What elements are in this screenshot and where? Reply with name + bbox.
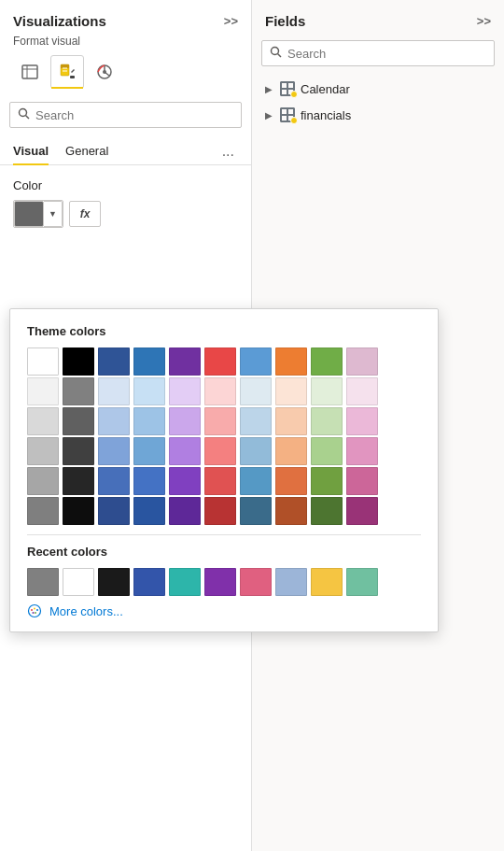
- format-icon-paint[interactable]: [50, 55, 84, 89]
- theme-color-cell[interactable]: [169, 347, 201, 376]
- theme-color-cell[interactable]: [240, 407, 272, 435]
- theme-color-cell[interactable]: [275, 467, 307, 495]
- theme-color-cell[interactable]: [275, 437, 307, 465]
- theme-color-cell[interactable]: [98, 497, 130, 525]
- tab-visual[interactable]: Visual: [13, 137, 49, 164]
- recent-color-row: [27, 568, 421, 596]
- theme-color-cell[interactable]: [133, 497, 165, 525]
- tab-more-button[interactable]: ...: [218, 139, 238, 163]
- theme-color-cell[interactable]: [346, 347, 378, 376]
- recent-color-cell[interactable]: [133, 568, 165, 596]
- theme-color-cell[interactable]: [311, 347, 343, 376]
- theme-color-cell[interactable]: [240, 467, 272, 495]
- calendar-chevron-icon: ▶: [265, 84, 273, 94]
- tab-general[interactable]: General: [65, 137, 108, 164]
- svg-point-9: [103, 70, 106, 74]
- recent-color-cell[interactable]: [275, 568, 307, 596]
- theme-color-cell[interactable]: [133, 347, 165, 376]
- theme-color-row-5: [27, 497, 421, 525]
- svg-rect-4: [61, 64, 69, 68]
- theme-color-cell[interactable]: [275, 347, 307, 376]
- fields-expand-icon[interactable]: >>: [477, 14, 491, 28]
- theme-color-cell[interactable]: [204, 407, 236, 435]
- theme-color-cell[interactable]: [240, 347, 272, 376]
- right-search-box[interactable]: [261, 40, 495, 66]
- recent-color-cell[interactable]: [169, 568, 201, 596]
- calendar-table-icon: [280, 81, 295, 96]
- theme-color-cell[interactable]: [275, 377, 307, 405]
- fields-title: Fields: [265, 13, 305, 29]
- theme-color-cell[interactable]: [311, 497, 343, 525]
- theme-color-cell[interactable]: [240, 437, 272, 465]
- theme-color-cell[interactable]: [204, 437, 236, 465]
- theme-color-cell[interactable]: [27, 497, 59, 525]
- theme-color-cell[interactable]: [311, 407, 343, 435]
- theme-color-cell[interactable]: [204, 377, 236, 405]
- theme-color-cell[interactable]: [346, 407, 378, 435]
- theme-color-cell[interactable]: [311, 467, 343, 495]
- theme-color-cell[interactable]: [240, 497, 272, 525]
- fx-button[interactable]: fx: [69, 201, 101, 227]
- theme-color-cell[interactable]: [133, 407, 165, 435]
- theme-color-cell[interactable]: [169, 377, 201, 405]
- theme-color-cell[interactable]: [27, 377, 59, 405]
- recent-color-cell[interactable]: [311, 568, 343, 596]
- format-icon-analytics[interactable]: [88, 55, 121, 89]
- theme-color-cell[interactable]: [63, 437, 94, 465]
- theme-color-cell[interactable]: [240, 377, 272, 405]
- recent-color-cell[interactable]: [346, 568, 378, 596]
- theme-color-cell[interactable]: [27, 347, 59, 376]
- theme-color-cell[interactable]: [98, 467, 130, 495]
- theme-color-cell[interactable]: [311, 437, 343, 465]
- financials-table-icon: [280, 107, 295, 122]
- recent-color-cell[interactable]: [204, 568, 236, 596]
- theme-color-row-3: [27, 437, 421, 465]
- theme-color-cell[interactable]: [63, 407, 94, 435]
- field-item-calendar[interactable]: ▶ Calendar: [252, 76, 504, 102]
- theme-color-cell[interactable]: [275, 497, 307, 525]
- theme-color-cell[interactable]: [63, 347, 94, 376]
- theme-color-cell[interactable]: [63, 377, 94, 405]
- left-search-box[interactable]: [9, 102, 242, 128]
- theme-color-cell[interactable]: [204, 497, 236, 525]
- theme-color-cell[interactable]: [169, 467, 201, 495]
- theme-color-cell[interactable]: [27, 467, 59, 495]
- recent-color-cell[interactable]: [240, 568, 272, 596]
- theme-color-cell[interactable]: [27, 437, 59, 465]
- theme-color-cell[interactable]: [346, 497, 378, 525]
- theme-color-cell[interactable]: [346, 437, 378, 465]
- theme-color-cell[interactable]: [275, 407, 307, 435]
- recent-colors-title: Recent colors: [27, 545, 421, 559]
- theme-color-cell[interactable]: [169, 407, 201, 435]
- theme-color-cell[interactable]: [346, 377, 378, 405]
- theme-color-cell[interactable]: [98, 377, 130, 405]
- recent-color-cell[interactable]: [27, 568, 59, 596]
- theme-color-cell[interactable]: [169, 437, 201, 465]
- expand-icon[interactable]: >>: [224, 14, 238, 28]
- theme-color-cell[interactable]: [27, 407, 59, 435]
- color-swatch[interactable]: [14, 201, 44, 227]
- recent-color-cell[interactable]: [98, 568, 130, 596]
- theme-color-cell[interactable]: [204, 347, 236, 376]
- format-icon-data[interactable]: [13, 55, 47, 89]
- color-dropdown-button[interactable]: ▼: [44, 201, 63, 227]
- calendar-field-name: Calendar: [301, 82, 350, 96]
- theme-color-cell[interactable]: [311, 377, 343, 405]
- theme-color-row-2: [27, 407, 421, 435]
- theme-color-cell[interactable]: [98, 407, 130, 435]
- theme-color-cell[interactable]: [133, 467, 165, 495]
- theme-color-cell[interactable]: [346, 467, 378, 495]
- theme-color-cell[interactable]: [63, 497, 94, 525]
- left-search-input[interactable]: [35, 108, 233, 122]
- theme-color-cell[interactable]: [98, 437, 130, 465]
- recent-color-cell[interactable]: [63, 568, 94, 596]
- right-search-input[interactable]: [287, 47, 486, 61]
- more-colors-button[interactable]: More colors...: [27, 600, 421, 622]
- field-item-financials[interactable]: ▶ financials: [252, 102, 504, 128]
- theme-color-cell[interactable]: [133, 377, 165, 405]
- theme-color-cell[interactable]: [169, 497, 201, 525]
- theme-color-cell[interactable]: [133, 437, 165, 465]
- theme-color-cell[interactable]: [63, 467, 94, 495]
- theme-color-cell[interactable]: [204, 467, 236, 495]
- theme-color-cell[interactable]: [98, 347, 130, 376]
